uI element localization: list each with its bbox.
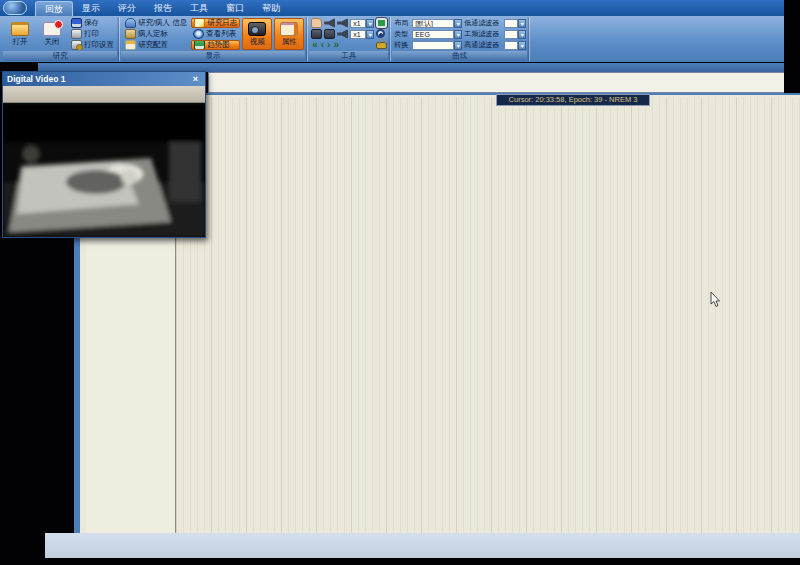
select-转换-value	[412, 41, 454, 50]
button-属性-label: 属性	[282, 37, 297, 47]
menu-tab-6[interactable]: 帮助	[253, 1, 289, 16]
playback-speed-select[interactable]: x1▾	[350, 29, 374, 39]
chevron-down-icon[interactable]: ▾	[366, 30, 374, 39]
menu-tab-2[interactable]: 评分	[109, 1, 145, 16]
screen: 回放显示评分报告工具窗口帮助 研究打开关闭保存打印打印设置显示研究/病人 信息病…	[0, 0, 800, 565]
app-menu-button[interactable]	[3, 1, 27, 15]
button-查看列表[interactable]: 查看列表	[191, 29, 240, 39]
spk-icon	[337, 29, 348, 39]
chevron-down-icon[interactable]: ▾	[454, 19, 462, 28]
select-低通滤波器-value	[504, 19, 518, 28]
button-关闭[interactable]: 关闭	[37, 18, 67, 50]
lock-icon	[376, 42, 387, 49]
chevron-down-icon[interactable]: ▾	[454, 41, 462, 50]
ribbon-group-label: 工具	[309, 51, 388, 61]
button-打印-label: 打印	[84, 29, 99, 39]
playback-speed-select-value: x1	[350, 30, 366, 39]
select-工频滤波器-value	[504, 30, 518, 39]
ribbon-group-工具: 工具x1▾x1▾«‹›»	[308, 17, 391, 61]
button-属性[interactable]: 属性	[274, 18, 304, 50]
field-label: 类型	[394, 29, 410, 39]
button-打开[interactable]: 打开	[5, 18, 35, 50]
video-title-bar[interactable]: Digital Video 1 ×	[3, 72, 205, 86]
chevron-down-icon[interactable]: ▾	[518, 30, 526, 39]
chevron-down-icon[interactable]: ▾	[454, 30, 462, 39]
spk-icon	[337, 18, 348, 28]
ribbon-group-label: 曲线	[392, 51, 527, 61]
close-icon[interactable]: ×	[190, 73, 201, 85]
ribbon-group-label: 研究	[3, 51, 117, 61]
cursor-epoch-status: Cursor: 20:33:58, Epoch: 39 - NREM 3	[496, 94, 650, 106]
video-controls	[3, 86, 205, 103]
button-打印[interactable]: 打印	[69, 29, 116, 39]
print-icon	[71, 29, 82, 39]
select-转换[interactable]: ▾	[412, 40, 462, 50]
button-病人定标-label: 病人定标	[138, 29, 168, 39]
spk-icon	[324, 18, 335, 28]
select-工频滤波器[interactable]: ▾	[504, 29, 526, 39]
previous-epoch-button[interactable]: ‹	[320, 40, 325, 50]
cam-icon	[324, 29, 335, 39]
button-研究配置[interactable]: 研究配置	[123, 40, 189, 50]
printset-icon	[71, 40, 82, 50]
hand-icon	[311, 18, 322, 28]
config-icon	[125, 40, 136, 50]
trace-plot-area[interactable]	[176, 97, 800, 533]
playback-speed-select[interactable]: x1▾	[350, 18, 374, 28]
select-低通滤波器[interactable]: ▾	[504, 18, 526, 28]
video-feed	[3, 104, 205, 237]
button-视频[interactable]: 视频	[242, 18, 272, 50]
screen-icon	[376, 18, 387, 28]
menu-bar: 回放显示评分报告工具窗口帮助	[0, 0, 800, 16]
next-epoch-button[interactable]: ›	[326, 40, 331, 50]
button-打印设置-label: 打印设置	[84, 40, 114, 50]
button-保存[interactable]: 保存	[69, 18, 116, 28]
button-病人定标[interactable]: 病人定标	[123, 29, 189, 39]
menu-tab-1[interactable]: 显示	[73, 1, 109, 16]
button-查看列表-label: 查看列表	[206, 29, 236, 39]
study-overview-strip[interactable]	[208, 72, 796, 93]
video-icon	[248, 22, 266, 36]
select-高通滤波器-value	[504, 41, 518, 50]
button-视频-label: 视频	[250, 37, 265, 47]
folder-icon	[11, 22, 29, 36]
field-label: 转换	[394, 40, 410, 50]
filter-label: 高通滤波器	[464, 40, 502, 50]
button-打印设置[interactable]: 打印设置	[69, 40, 116, 50]
closedoc-icon	[43, 22, 61, 36]
chevron-down-icon[interactable]: ▾	[518, 19, 526, 28]
menu-tab-5[interactable]: 窗口	[217, 1, 253, 16]
select-高通滤波器[interactable]: ▾	[504, 40, 526, 50]
button-打开-label: 打开	[13, 37, 28, 47]
log-icon	[194, 18, 205, 28]
zoomin-icon	[376, 29, 385, 38]
field-label: 布局	[394, 18, 410, 28]
mouse-cursor	[710, 292, 722, 308]
menu-tab-3[interactable]: 报告	[145, 1, 181, 16]
menu-tab-4[interactable]: 工具	[181, 1, 217, 16]
ribbon-toolbar: 研究打开关闭保存打印打印设置显示研究/病人 信息病人定标研究配置研究日志查看列表…	[0, 16, 800, 62]
button-关闭-label: 关闭	[45, 37, 60, 47]
button-趋势图[interactable]: 趋势图	[191, 40, 240, 50]
button-趋势图-label: 趋势图	[207, 40, 230, 50]
button-研究日志[interactable]: 研究日志	[191, 18, 240, 28]
chevron-down-icon[interactable]: ▾	[366, 19, 374, 28]
select-布局[interactable]: [默认]▾	[412, 18, 462, 28]
menu-tab-0[interactable]: 回放	[35, 1, 73, 16]
button-研究日志-label: 研究日志	[207, 18, 237, 28]
cam-icon	[311, 29, 322, 39]
bezel-bottom	[0, 558, 800, 565]
filter-label: 低通滤波器	[464, 18, 502, 28]
ribbon-group-label: 显示	[121, 51, 305, 61]
viewlist-icon	[193, 29, 204, 39]
bezel-bottom-left	[0, 533, 45, 565]
calib-icon	[125, 29, 136, 39]
bezel-left	[0, 238, 74, 533]
button-研究/病人 信息[interactable]: 研究/病人 信息	[123, 18, 189, 28]
select-布局-value: [默认]	[412, 19, 454, 28]
chevron-down-icon[interactable]: ▾	[518, 41, 526, 50]
button-研究配置-label: 研究配置	[138, 40, 168, 50]
select-类型[interactable]: EEG▾	[412, 29, 462, 39]
first-epoch-button[interactable]: «	[311, 40, 319, 50]
last-epoch-button[interactable]: »	[332, 40, 340, 50]
